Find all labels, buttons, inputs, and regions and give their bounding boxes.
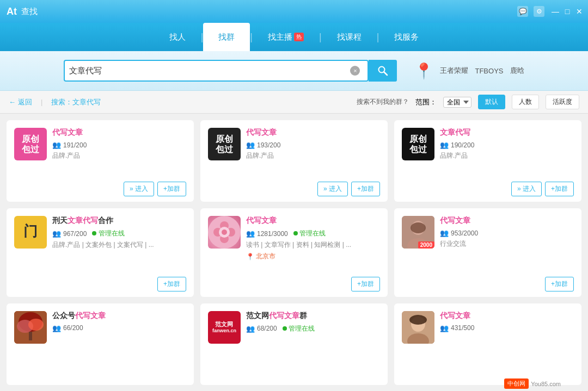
people-icon-7: 👥 (52, 324, 61, 332)
add-group-4-btn[interactable]: +加群 (157, 277, 186, 291)
svg-point-10 (222, 229, 227, 235)
cant-find-label[interactable]: 搜索不到我的群？ (357, 97, 409, 107)
people-icon-5: 👥 (246, 229, 255, 238)
hot-search-luuhan[interactable]: 鹿晗 (510, 66, 524, 76)
group-name-9[interactable]: 代写文章 (440, 311, 574, 321)
group-card-1: 原创 包过 代写文章 👥 191/200 品牌.产品 » 进入 +加群 (7, 120, 194, 202)
group-members-4: 👥 967/200 管理在线 (52, 229, 186, 238)
add-group-2-btn[interactable]: +加群 (351, 182, 380, 196)
group-avatar-8: 范文网 fanwen.cn (208, 311, 241, 344)
people-icon-3: 👥 (440, 141, 449, 149)
location-pin-icon[interactable]: 📍 (414, 62, 433, 80)
girl3-svg (402, 311, 434, 344)
tree-svg (14, 311, 47, 344)
group-name-3[interactable]: 文章代写 (440, 128, 574, 138)
group-info-7: 公众号代写文章 👥 66/200 (52, 311, 186, 344)
group-card-8: 范文网 fanwen.cn 范文网代写文章群 👥 68/200 管理在线 (200, 303, 388, 385)
group-name-7[interactable]: 公众号代写文章 (52, 311, 186, 321)
hot-search-tfboys[interactable]: TFBOYS (475, 67, 503, 75)
group-name-1[interactable]: 代写文章 (52, 128, 186, 138)
app-logo: At (7, 6, 17, 17)
maximize-button[interactable]: □ (563, 7, 572, 16)
close-button[interactable]: ✕ (575, 7, 584, 16)
group-name-8[interactable]: 范文网代写文章群 (246, 311, 380, 321)
group-members-2: 👥 193/200 (246, 141, 380, 149)
results-container: 原创 包过 代写文章 👥 191/200 品牌.产品 » 进入 +加群 原 (0, 114, 588, 391)
settings-icon[interactable]: ⚙ (534, 6, 544, 17)
group-avatar-1: 原创 包过 (14, 128, 47, 160)
group-members-3: 👥 190/200 (440, 141, 574, 149)
watermark-logo: 中创网 (504, 378, 529, 389)
add-group-3-btn[interactable]: +加群 (545, 182, 574, 196)
enter-group-3-btn[interactable]: » 进入 (511, 182, 542, 196)
search-icon (377, 65, 388, 76)
range-select[interactable]: 全国 同城 同校 (443, 97, 471, 108)
sort-members-btn[interactable]: 人数 (512, 95, 539, 109)
nav-find-group[interactable]: 找群 (203, 23, 250, 51)
group-card-top-1: 原创 包过 代写文章 👥 191/200 品牌.产品 (14, 128, 186, 160)
group-members-5: 👥 1281/3000 管理在线 (246, 229, 380, 238)
enter-group-1-btn[interactable]: » 进入 (124, 182, 154, 196)
group-card-top-5: 代写文章 👥 1281/3000 管理在线 读书 | 文章写作 | 资料 | 知… (208, 216, 380, 261)
floral-svg (208, 216, 241, 249)
back-button[interactable]: ← 返回 (9, 97, 32, 107)
group-name-4[interactable]: 刑天文章代写合作 (52, 216, 186, 226)
group-card-top-3: 原创 包过 文章代写 👥 190/200 品牌.产品 (402, 128, 574, 160)
group-tags-4: 品牌.产品 | 文案外包 | 文案代写 | ... (52, 240, 186, 250)
search-button[interactable] (369, 60, 397, 82)
svg-point-23 (409, 315, 427, 325)
filter-right: 搜索不到我的群？ 范围： 全国 同城 同校 默认 人数 活跃度 (357, 95, 579, 109)
svg-point-14 (411, 222, 426, 233)
sort-active-btn[interactable]: 活跃度 (546, 95, 579, 109)
group-info-5: 代写文章 👥 1281/3000 管理在线 读书 | 文章写作 | 资料 | 知… (246, 216, 380, 261)
group-name-2[interactable]: 代写文章 (246, 128, 380, 138)
group-members-9: 👥 431/500 (440, 324, 574, 332)
group-tags-6: 行业交流 (440, 239, 574, 249)
hot-search-wangzhe[interactable]: 王者荣耀 (440, 66, 468, 76)
group-avatar-3: 原创 包过 (402, 128, 434, 160)
group-card-top-6: 2000 代写文章 👥 953/2000 行业交流 (402, 216, 574, 249)
group-avatar-2: 原创 包过 (208, 128, 241, 160)
group-name-6[interactable]: 代写文章 (440, 216, 574, 226)
group-card-top-4: 门 刑天文章代写合作 👥 967/200 管理在线 品牌.产品 | 文案外包 |… (14, 216, 186, 250)
back-arrow-icon: ← (9, 98, 16, 106)
nav-find-course[interactable]: 找课程 (322, 23, 377, 51)
group-info-2: 代写文章 👥 193/200 品牌.产品 (246, 128, 380, 160)
people-icon-2: 👥 (246, 141, 255, 149)
group-info-1: 代写文章 👥 191/200 品牌.产品 (52, 128, 186, 160)
group-avatar-5 (208, 216, 241, 249)
location-pin-icon-5: 📍 (246, 253, 254, 260)
nav-find-anchor[interactable]: 找主播 热 (253, 23, 319, 51)
group-card-9: 代写文章 👥 431/500 (394, 303, 581, 385)
group-card-top-7: 公众号代写文章 👥 66/200 (14, 311, 186, 344)
group-avatar-9 (402, 311, 434, 344)
group-card-2: 原创 包过 代写文章 👥 193/200 品牌.产品 » 进入 +加群 (200, 120, 388, 202)
group-card-4: 门 刑天文章代写合作 👥 967/200 管理在线 品牌.产品 | 文案外包 |… (7, 208, 194, 296)
badge-2000: 2000 (418, 241, 434, 249)
group-card-top-8: 范文网 fanwen.cn 范文网代写文章群 👥 68/200 管理在线 (208, 311, 380, 344)
location-tag-5: 📍 北京市 (246, 252, 380, 261)
add-group-1-btn[interactable]: +加群 (157, 182, 186, 196)
group-actions-5: +加群 (208, 277, 380, 291)
search-input[interactable] (69, 66, 350, 76)
group-members-1: 👥 191/200 (52, 141, 186, 149)
search-box: × (64, 60, 369, 82)
group-actions-1: » 进入 +加群 (14, 182, 186, 196)
add-group-5-btn[interactable]: +加群 (351, 277, 380, 291)
nav-find-people[interactable]: 找人 (154, 23, 201, 51)
nav-find-service[interactable]: 找服务 (379, 23, 434, 51)
minimize-button[interactable]: — (551, 7, 560, 16)
search-clear-button[interactable]: × (350, 66, 360, 76)
group-name-5[interactable]: 代写文章 (246, 216, 380, 226)
notification-icon[interactable]: 💬 (517, 6, 528, 17)
search-area: × 📍 王者荣耀 TFBOYS 鹿晗 (0, 51, 588, 91)
svg-text:门: 门 (23, 223, 38, 239)
avatar-svg-4: 门 (17, 219, 44, 246)
sort-default-btn[interactable]: 默认 (478, 95, 505, 109)
group-avatar-6: 2000 (402, 216, 434, 249)
people-icon: 👥 (52, 141, 61, 149)
enter-group-2-btn[interactable]: » 进入 (317, 182, 348, 196)
group-info-3: 文章代写 👥 190/200 品牌.产品 (440, 128, 574, 160)
group-card-top-9: 代写文章 👥 431/500 (402, 311, 574, 344)
add-group-6-btn[interactable]: +加群 (545, 277, 574, 291)
